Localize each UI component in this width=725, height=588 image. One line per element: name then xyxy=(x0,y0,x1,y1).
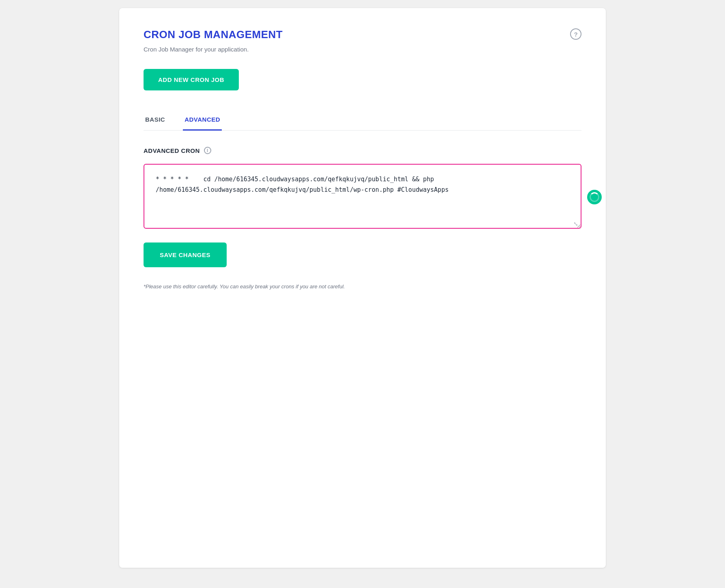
loading-spinner xyxy=(587,190,602,204)
advanced-cron-section: ADVANCED CRON i * * * * * cd /home/61634… xyxy=(144,147,581,230)
tab-advanced[interactable]: ADVANCED xyxy=(183,111,222,131)
cron-textarea[interactable]: * * * * * cd /home/616345.cloudwaysapps.… xyxy=(144,164,581,229)
page-subtitle: Cron Job Manager for your application. xyxy=(144,46,581,53)
add-new-cron-job-button[interactable]: ADD NEW CRON JOB xyxy=(144,69,239,90)
save-changes-button[interactable]: SAVE CHANGES xyxy=(144,242,227,267)
help-icon[interactable]: ? xyxy=(570,28,581,40)
main-container: ? CRON JOB MANAGEMENT Cron Job Manager f… xyxy=(119,8,606,568)
header-section: CRON JOB MANAGEMENT Cron Job Manager for… xyxy=(144,28,581,53)
section-label-text: ADVANCED CRON xyxy=(144,147,200,154)
page-title: CRON JOB MANAGEMENT xyxy=(144,28,581,41)
cron-textarea-wrapper: * * * * * cd /home/616345.cloudwaysapps.… xyxy=(144,164,581,230)
warning-text: *Please use this editor carefully. You c… xyxy=(144,283,581,290)
tab-basic[interactable]: BASIC xyxy=(144,111,167,131)
section-label: ADVANCED CRON i xyxy=(144,147,581,154)
tabs-container: BASIC ADVANCED xyxy=(144,111,581,131)
advanced-cron-info-icon[interactable]: i xyxy=(204,147,211,154)
